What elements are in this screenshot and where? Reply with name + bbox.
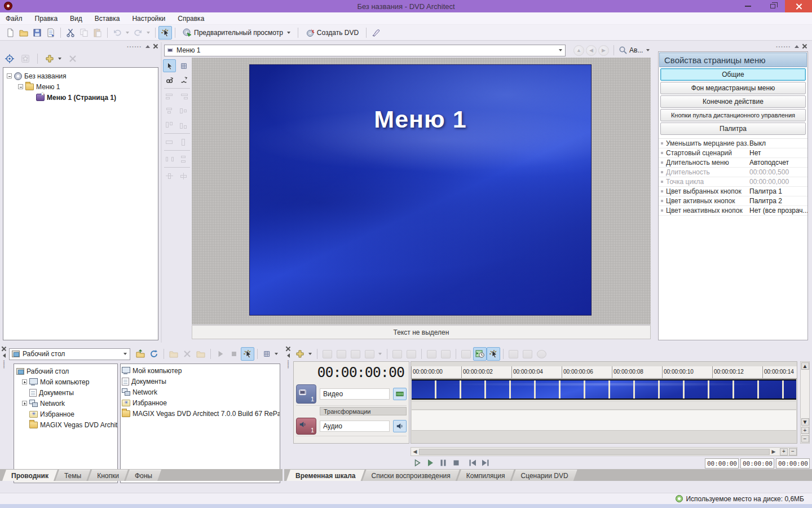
up-one-level-button[interactable] <box>134 347 147 361</box>
navigate-up-button[interactable]: ▲ <box>573 45 584 56</box>
align-bottom-button[interactable] <box>177 119 190 132</box>
project-tree-root[interactable]: Без названия <box>3 71 158 81</box>
new-project-button[interactable] <box>3 26 17 40</box>
refresh-button[interactable] <box>147 347 161 361</box>
new-folder-button[interactable] <box>167 347 180 361</box>
copy-button[interactable] <box>77 26 91 40</box>
audio-track-name[interactable]: Аудио <box>320 421 390 432</box>
tree-item-documents[interactable]: Документы <box>14 387 117 398</box>
open-project-button[interactable] <box>17 26 30 40</box>
same-height-button[interactable] <box>177 135 190 148</box>
navigate-forward-button[interactable]: ▶ <box>598 45 609 56</box>
save-project-button[interactable] <box>30 26 44 40</box>
zoom-control[interactable]: Ав... <box>619 46 650 55</box>
add-to-favorites-button[interactable] <box>194 347 208 361</box>
same-width-button[interactable] <box>163 135 176 148</box>
scroll-up-icon[interactable]: ▲ <box>801 362 809 370</box>
clipboard-button-1[interactable] <box>425 347 439 361</box>
collapse-icon[interactable] <box>795 45 799 48</box>
project-tree-menu[interactable]: Меню 1 <box>3 81 158 92</box>
audio-lane[interactable] <box>412 410 796 431</box>
tree-item-network[interactable]: Network <box>14 398 117 409</box>
navigate-back-button[interactable]: ◀ <box>586 45 597 56</box>
transforms-lane[interactable] <box>412 402 796 410</box>
collapse-left-icon[interactable] <box>287 353 290 358</box>
insert-button-2[interactable] <box>334 347 348 361</box>
tab-timeline[interactable]: Временная шкала <box>286 470 365 481</box>
tab-backgrounds[interactable]: Фоны <box>126 470 161 481</box>
tab-explorer[interactable]: Проводник <box>2 470 58 481</box>
menu-background-image[interactable]: Меню 1 <box>250 65 591 315</box>
insert-button-3[interactable] <box>348 347 363 361</box>
unlink-tool-button[interactable] <box>177 73 190 86</box>
insert-object-button[interactable] <box>43 52 64 65</box>
timeline-horizontal-scrollbar[interactable]: ◀ ▶ + − <box>411 447 797 456</box>
views-button[interactable] <box>261 347 280 361</box>
menu-view[interactable]: Вид <box>70 15 82 23</box>
close-panel-icon[interactable] <box>802 44 807 49</box>
tab-playlists[interactable]: Списки воспроизведения <box>363 470 460 481</box>
transforms-subtrack[interactable]: Трансформации <box>320 407 407 415</box>
restore-button[interactable] <box>760 0 785 12</box>
track-zoom-in-button[interactable]: + <box>801 427 809 434</box>
clipboard-button-2[interactable] <box>439 347 453 361</box>
tree-item-desktop[interactable]: Рабочий стол <box>14 366 117 376</box>
stop-button[interactable] <box>452 458 461 467</box>
make-dvd-button[interactable]: Создать DVD <box>301 26 363 40</box>
tab-compilation[interactable]: Компиляция <box>457 470 514 481</box>
scroll-left-icon[interactable]: ◀ <box>411 448 419 456</box>
page-button-1[interactable] <box>506 347 520 361</box>
play-media-button[interactable] <box>214 347 227 361</box>
menu-help[interactable]: Справка <box>178 15 204 23</box>
audio-track-header[interactable]: 1 Аудио <box>296 416 407 436</box>
redo-button[interactable] <box>131 26 152 40</box>
menu-file[interactable]: Файл <box>6 15 23 23</box>
combo-arrow[interactable] <box>555 46 564 55</box>
collapse-left-icon[interactable] <box>3 353 6 358</box>
align-top-button[interactable] <box>163 119 176 132</box>
timeline-zoom-in-button[interactable]: + <box>780 448 788 456</box>
page-button-2[interactable] <box>520 347 535 361</box>
close-panel-icon[interactable] <box>2 347 6 351</box>
selection-start-field[interactable]: 00:00:00:00 <box>705 458 739 468</box>
interaction-settings-button[interactable] <box>369 26 383 40</box>
menu-selector-combobox[interactable]: Меню 1 <box>164 45 566 56</box>
drag-grip-icon[interactable]: •••••• <box>287 360 290 369</box>
scroll-down-icon[interactable]: ▼ <box>801 418 809 426</box>
tab-themes[interactable]: Темы <box>55 470 90 481</box>
properties-tab-general[interactable]: Общие <box>660 68 806 81</box>
loop-button[interactable] <box>535 347 549 361</box>
file-item-favorites[interactable]: Избранное <box>122 397 280 408</box>
tree-item-favorites[interactable]: Избранное <box>14 409 117 419</box>
center-in-safe-area-v-button[interactable] <box>177 169 190 182</box>
menu-options[interactable]: Настройки <box>132 15 165 23</box>
menu-edit[interactable]: Правка <box>35 15 58 23</box>
collapse-icon[interactable] <box>145 45 150 48</box>
video-track-header[interactable]: 1 Видео <box>296 382 407 406</box>
file-item-my-computer[interactable]: Мой компьютер <box>122 365 280 376</box>
property-value[interactable]: Нет <box>749 149 807 157</box>
scrollbar-thumb[interactable] <box>419 449 770 455</box>
video-clip[interactable] <box>412 379 796 400</box>
scroll-right-icon[interactable]: ▶ <box>770 448 778 456</box>
center-in-safe-area-h-button[interactable] <box>163 169 176 182</box>
property-value[interactable]: Автоподсчет <box>749 159 807 167</box>
drag-grip-icon[interactable]: •••••• <box>3 360 6 369</box>
combo-arrow[interactable] <box>120 349 129 359</box>
drag-grip-icon[interactable]: •••••• <box>127 45 142 49</box>
expand-icon[interactable] <box>22 401 27 406</box>
focus-item-button[interactable] <box>3 52 16 65</box>
center-horizontal-button[interactable] <box>163 104 176 117</box>
paste-button[interactable] <box>91 26 104 40</box>
close-panel-icon[interactable] <box>153 44 158 49</box>
pause-button[interactable] <box>439 458 448 467</box>
delete-object-button[interactable] <box>66 52 80 65</box>
select-tool-button[interactable] <box>163 59 176 72</box>
property-value[interactable]: Нет (все прозрач... <box>749 207 807 214</box>
menu-canvas[interactable]: Меню 1 <box>192 58 651 325</box>
drag-grip-icon[interactable]: •••••• <box>776 45 791 49</box>
close-button[interactable] <box>785 0 812 12</box>
property-value[interactable]: Палитра 2 <box>749 197 807 205</box>
link-tool-button[interactable] <box>163 73 176 86</box>
tab-dvd-scripts[interactable]: Сценарии DVD <box>512 470 577 481</box>
